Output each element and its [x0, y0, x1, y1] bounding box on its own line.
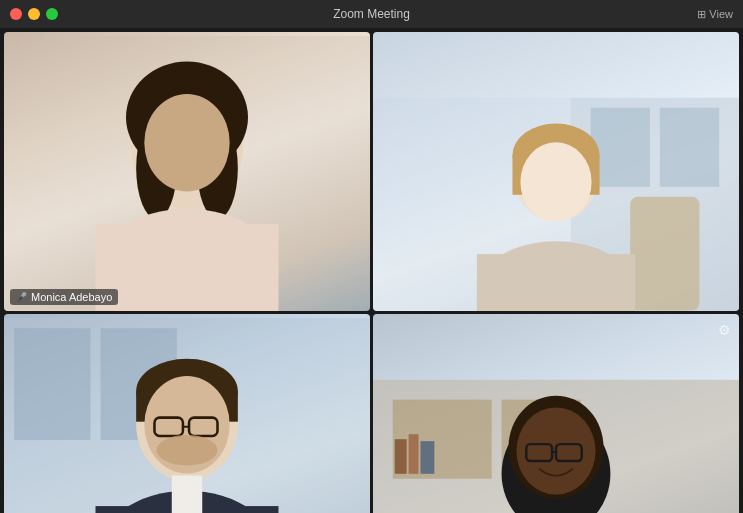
svg-rect-40: [420, 441, 434, 474]
svg-rect-10: [591, 108, 650, 187]
view-button[interactable]: ⊞ View: [697, 8, 733, 21]
svg-rect-18: [477, 254, 635, 310]
person-silhouette-2: [373, 32, 739, 311]
svg-point-33: [157, 434, 218, 465]
svg-rect-39: [409, 434, 419, 474]
svg-rect-7: [96, 224, 279, 310]
video-cell-seth: 🎤 Seth Hoffman: [4, 314, 370, 514]
video-cell-monica: 🎤 Monica Adebayo: [4, 32, 370, 311]
person-silhouette-1: [4, 32, 370, 311]
close-button[interactable]: [10, 8, 22, 20]
svg-rect-36: [393, 399, 492, 478]
maximize-button[interactable]: [46, 8, 58, 20]
svg-rect-38: [395, 439, 407, 474]
name-label-monica: 🎤 Monica Adebayo: [10, 289, 118, 305]
minimize-button[interactable]: [28, 8, 40, 20]
mic-icon-monica: 🎤: [16, 292, 27, 302]
window-controls[interactable]: [10, 8, 58, 20]
title-bar: Zoom Meeting ⊞ View: [0, 0, 743, 28]
video-grid: 🎤 Monica Adebayo: [0, 28, 743, 513]
window-title: Zoom Meeting: [333, 7, 410, 21]
person-silhouette-4: [373, 314, 739, 514]
svg-rect-21: [14, 328, 90, 440]
svg-rect-11: [660, 108, 719, 187]
cell-settings-icon[interactable]: ⚙: [718, 322, 731, 338]
view-label: ⊞ View: [697, 8, 733, 21]
video-cell-unnamed: [373, 32, 739, 311]
svg-point-16: [520, 142, 591, 221]
svg-point-5: [144, 94, 229, 192]
svg-rect-32: [172, 475, 203, 513]
person-silhouette-3: [4, 314, 370, 514]
svg-rect-12: [630, 197, 699, 311]
video-cell-antwan: ⚙ 🎤 Antwan Cannon: [373, 314, 739, 514]
